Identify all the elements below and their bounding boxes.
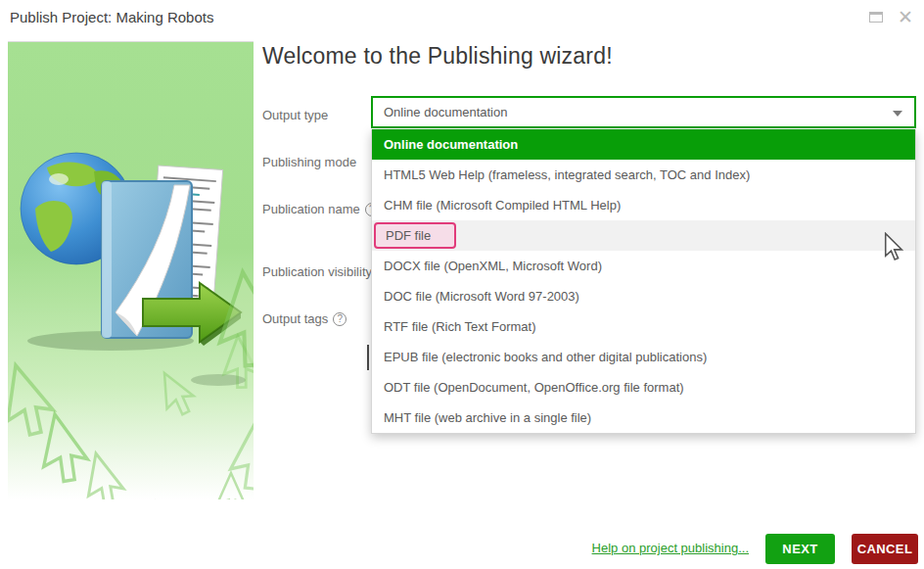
dropdown-item-label: ODT file (OpenDocument, OpenOffice.org f…: [384, 380, 684, 395]
window-title: Publish Project: Making Robots: [10, 9, 213, 25]
dropdown-item-online-documentation[interactable]: Online documentation: [372, 129, 915, 160]
label-publishing-mode: Publishing mode: [262, 155, 356, 169]
dropdown-item-label: CHM file (Microsoft Compiled HTML Help): [384, 198, 621, 213]
dropdown-item-pdf-file[interactable]: PDF file: [372, 220, 915, 251]
hidden-field-edge: [367, 345, 369, 370]
publish-project-dialog: Publish Project: Making Robots ✕: [0, 0, 924, 569]
dropdown-item-label: PDF file: [386, 228, 431, 243]
label-output-type-text: Output type: [262, 108, 328, 122]
dropdown-item-label: MHT file (web archive in a single file): [384, 410, 591, 425]
output-type-combobox-value: Online documentation: [384, 105, 507, 119]
dropdown-item-label: Online documentation: [384, 137, 518, 152]
help-on-project-publishing-link[interactable]: Help on project publishing...: [592, 541, 749, 555]
dropdown-item-label: DOCX file (OpenXML, Microsoft Word): [384, 259, 602, 273]
next-button[interactable]: NEXT: [765, 534, 835, 564]
output-type-dropdown-list: Online documentation HTML5 Web Help (fra…: [371, 129, 916, 434]
dropdown-item-chm-file[interactable]: CHM file (Microsoft Compiled HTML Help): [372, 190, 915, 220]
maximize-button[interactable]: [859, 0, 893, 33]
dropdown-item-mht-file[interactable]: MHT file (web archive in a single file): [372, 403, 915, 433]
publish-illustration-svg: [8, 42, 254, 499]
mouse-cursor-icon: [884, 232, 905, 261]
dropdown-item-label: RTF file (Rich Text Format): [384, 319, 536, 334]
dropdown-item-html5-web-help[interactable]: HTML5 Web Help (frameless, integrated se…: [372, 160, 915, 190]
dropdown-item-label: DOC file (Microsoft Word 97-2003): [384, 289, 579, 304]
close-icon: ✕: [898, 8, 913, 26]
dropdown-item-rtf-file[interactable]: RTF file (Rich Text Format): [372, 311, 915, 342]
label-publication-visibility-text: Publication visibility: [262, 264, 372, 279]
label-publication-visibility: Publication visibility: [262, 264, 372, 279]
question-circle-icon[interactable]: ?: [333, 312, 346, 326]
close-button[interactable]: ✕: [889, 0, 922, 33]
pdf-file-highlight-box: PDF file: [374, 222, 456, 249]
page-title: Welcome to the Publishing wizard!: [262, 43, 613, 70]
chevron-down-icon: [893, 111, 902, 117]
dropdown-item-docx-file[interactable]: DOCX file (OpenXML, Microsoft Word): [372, 251, 915, 281]
label-publishing-mode-text: Publishing mode: [262, 155, 356, 169]
output-type-combobox[interactable]: Online documentation: [371, 96, 916, 128]
dropdown-item-label: EPUB file (electronic books and other di…: [384, 350, 707, 364]
cancel-button[interactable]: CANCEL: [852, 534, 918, 564]
publish-illustration: [8, 41, 254, 499]
title-bar: Publish Project: Making Robots ✕: [0, 0, 924, 35]
label-output-tags: Output tags ?: [262, 311, 346, 326]
dropdown-item-label: HTML5 Web Help (frameless, integrated se…: [384, 167, 750, 182]
dropdown-item-doc-file[interactable]: DOC file (Microsoft Word 97-2003): [372, 281, 915, 311]
label-publication-name: Publication name ?: [262, 202, 379, 216]
label-output-tags-text: Output tags: [262, 311, 328, 326]
dropdown-item-odt-file[interactable]: ODT file (OpenDocument, OpenOffice.org f…: [372, 372, 915, 403]
label-publication-name-text: Publication name: [262, 202, 360, 216]
dropdown-item-epub-file[interactable]: EPUB file (electronic books and other di…: [372, 342, 915, 372]
label-output-type: Output type: [262, 108, 328, 122]
maximize-icon: [869, 12, 883, 23]
